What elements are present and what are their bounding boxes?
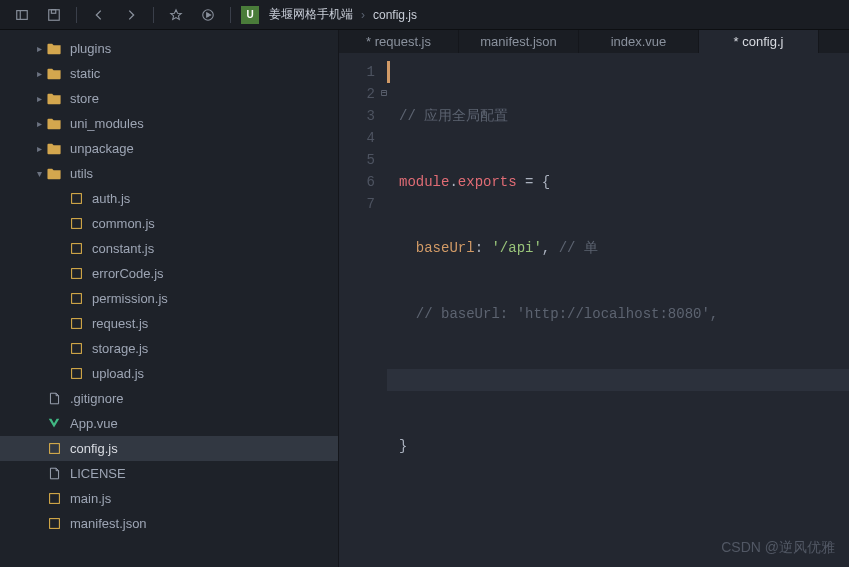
breadcrumb-project[interactable]: 姜堰网格手机端: [269, 6, 353, 23]
chevron-icon: ▸: [32, 143, 46, 154]
tab-manifest[interactable]: manifest.json: [459, 30, 579, 53]
file-manifest.json[interactable]: manifest.json: [0, 511, 338, 536]
panel-toggle-icon[interactable]: [8, 3, 36, 27]
file-type-icon: [68, 241, 84, 257]
tab-label: * request.js: [366, 34, 431, 49]
code-token: .: [449, 174, 457, 190]
divider: [76, 7, 77, 23]
chevron-icon: ▸: [32, 68, 46, 79]
back-icon[interactable]: [85, 3, 113, 27]
file-auth.js[interactable]: auth.js: [0, 186, 338, 211]
svg-rect-11: [71, 294, 81, 304]
divider: [230, 7, 231, 23]
divider: [153, 7, 154, 23]
tree-item-label: LICENSE: [70, 466, 126, 481]
star-icon[interactable]: [162, 3, 190, 27]
file-main.js[interactable]: main.js: [0, 486, 338, 511]
titlebar: U 姜堰网格手机端 › config.js: [0, 0, 849, 30]
folder-utils[interactable]: ▾utils: [0, 161, 338, 186]
svg-rect-15: [49, 444, 59, 454]
folder-plugins[interactable]: ▸plugins: [0, 36, 338, 61]
tree-item-label: permission.js: [92, 291, 168, 306]
file-type-icon: [46, 141, 62, 157]
file-type-icon: [46, 66, 62, 82]
file-type-icon: [68, 191, 84, 207]
tab-index[interactable]: index.vue: [579, 30, 699, 53]
tree-item-label: storage.js: [92, 341, 148, 356]
file-.gitignore[interactable]: .gitignore: [0, 386, 338, 411]
forward-icon[interactable]: [117, 3, 145, 27]
chevron-icon: ▸: [32, 118, 46, 129]
file-permission.js[interactable]: permission.js: [0, 286, 338, 311]
file-type-icon: [68, 216, 84, 232]
folder-uni_modules[interactable]: ▸uni_modules: [0, 111, 338, 136]
tree-item-label: uni_modules: [70, 116, 144, 131]
tree-item-label: static: [70, 66, 100, 81]
line-number: 1: [339, 61, 375, 83]
code-token: }: [399, 438, 407, 454]
tab-config[interactable]: * config.j: [699, 30, 819, 53]
code-comment: // 单: [559, 240, 598, 256]
tree-item-label: utils: [70, 166, 93, 181]
app-icon: U: [241, 6, 259, 24]
tab-label: * config.j: [734, 34, 784, 49]
tab-request[interactable]: * request.js: [339, 30, 459, 53]
svg-rect-9: [71, 244, 81, 254]
file-type-icon: [46, 416, 62, 432]
code-comment: // 应用全局配置: [399, 108, 508, 124]
file-upload.js[interactable]: upload.js: [0, 361, 338, 386]
file-type-icon: [46, 116, 62, 132]
file-errorCode.js[interactable]: errorCode.js: [0, 261, 338, 286]
file-type-icon: [46, 516, 62, 532]
chevron-right-icon: ›: [361, 8, 365, 22]
folder-static[interactable]: ▸static: [0, 61, 338, 86]
file-type-icon: [46, 441, 62, 457]
file-common.js[interactable]: common.js: [0, 211, 338, 236]
breadcrumb-file[interactable]: config.js: [373, 8, 417, 22]
file-type-icon: [46, 391, 62, 407]
line-number: 2: [339, 83, 375, 105]
code-comment: // baseUrl: 'http://localhost:8080',: [416, 306, 718, 322]
code-token: :: [475, 240, 492, 256]
file-type-icon: [68, 316, 84, 332]
tree-item-label: plugins: [70, 41, 111, 56]
file-type-icon: [46, 41, 62, 57]
tab-label: index.vue: [611, 34, 667, 49]
tree-item-label: common.js: [92, 216, 155, 231]
code-token: ,: [542, 240, 559, 256]
code-token: exports: [458, 174, 517, 190]
tabbar: * request.js manifest.json index.vue * c…: [339, 30, 849, 53]
run-icon[interactable]: [194, 3, 222, 27]
line-number: 4: [339, 127, 375, 149]
file-type-icon: [68, 291, 84, 307]
editor-area: * request.js manifest.json index.vue * c…: [338, 30, 849, 567]
code-content[interactable]: // 应用全局配置 module.exports = { baseUrl: '/…: [387, 61, 849, 567]
tree-item-label: constant.js: [92, 241, 154, 256]
code-editor[interactable]: 1⊟234567 // 应用全局配置 module.exports = { ba…: [339, 53, 849, 567]
file-App.vue[interactable]: App.vue: [0, 411, 338, 436]
code-token: baseUrl: [416, 240, 475, 256]
tree-item-label: manifest.json: [70, 516, 147, 531]
svg-rect-12: [71, 319, 81, 329]
folder-unpackage[interactable]: ▸unpackage: [0, 136, 338, 161]
main-area: ▸plugins▸static▸store▸uni_modules▸unpack…: [0, 30, 849, 567]
svg-rect-0: [17, 10, 28, 19]
file-type-icon: [68, 341, 84, 357]
file-explorer[interactable]: ▸plugins▸static▸store▸uni_modules▸unpack…: [0, 30, 338, 567]
file-constant.js[interactable]: constant.js: [0, 236, 338, 261]
file-type-icon: [46, 466, 62, 482]
code-token: '/api': [491, 240, 541, 256]
tree-item-label: unpackage: [70, 141, 134, 156]
svg-rect-16: [49, 494, 59, 504]
line-number: 7: [339, 193, 375, 215]
tree-item-label: config.js: [70, 441, 118, 456]
tree-item-label: main.js: [70, 491, 111, 506]
save-icon[interactable]: [40, 3, 68, 27]
folder-store[interactable]: ▸store: [0, 86, 338, 111]
tree-item-label: errorCode.js: [92, 266, 164, 281]
file-config.js[interactable]: config.js: [0, 436, 338, 461]
file-storage.js[interactable]: storage.js: [0, 336, 338, 361]
svg-marker-4: [171, 9, 182, 19]
file-request.js[interactable]: request.js: [0, 311, 338, 336]
file-LICENSE[interactable]: LICENSE: [0, 461, 338, 486]
